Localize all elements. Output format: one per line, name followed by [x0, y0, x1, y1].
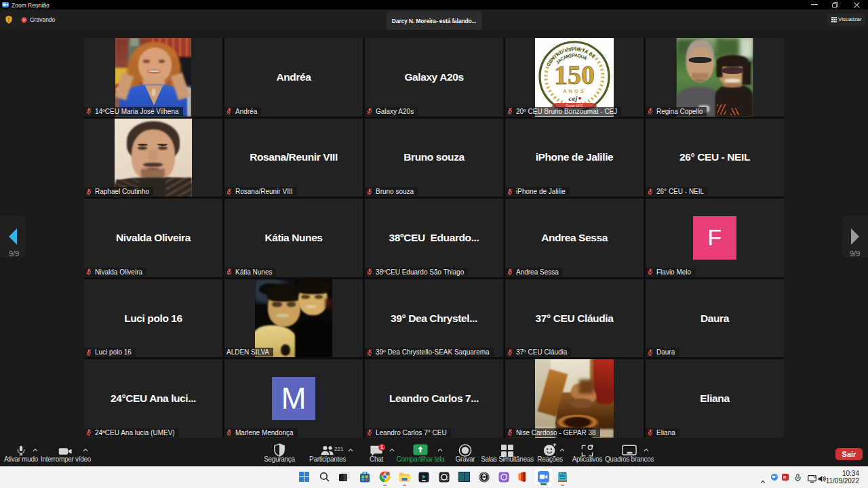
svg-text:cej: cej	[569, 94, 578, 102]
svg-text:ANOS: ANOS	[563, 88, 586, 94]
svg-text:150: 150	[554, 60, 595, 90]
